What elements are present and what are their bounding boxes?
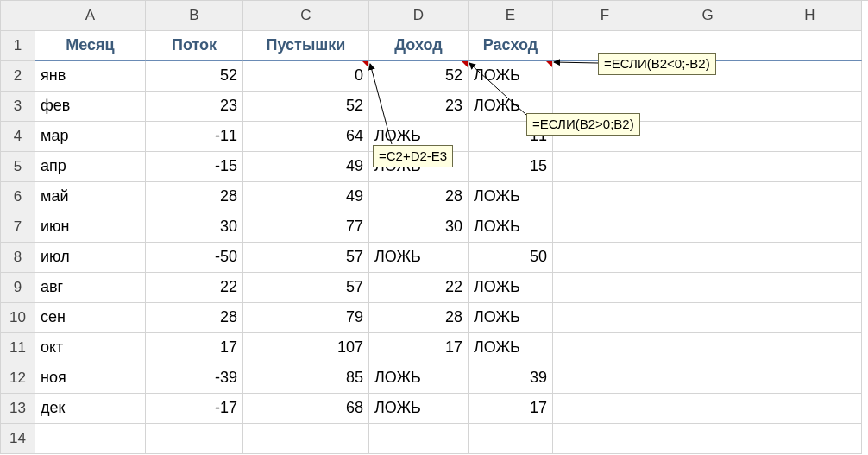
cell-F5[interactable] xyxy=(553,152,657,182)
cell-C5[interactable]: 49 xyxy=(243,152,369,182)
cell-B3[interactable]: 23 xyxy=(146,92,243,122)
cell-H3[interactable] xyxy=(758,92,862,122)
cell-D3[interactable]: 23 xyxy=(369,92,469,122)
cell-D12[interactable]: ЛОЖЬ xyxy=(369,363,469,394)
cell-C11[interactable]: 107 xyxy=(243,333,369,363)
cell-B13[interactable]: -17 xyxy=(146,394,243,424)
cell-C7[interactable]: 77 xyxy=(243,212,369,243)
cell-G7[interactable] xyxy=(657,212,758,243)
column-header-H[interactable]: H xyxy=(758,1,862,31)
cell-D14[interactable] xyxy=(369,424,469,454)
cell-C9[interactable]: 57 xyxy=(243,273,369,303)
cell-A13[interactable]: дек xyxy=(35,394,146,424)
row-header-10[interactable]: 10 xyxy=(1,303,35,333)
cell-H12[interactable] xyxy=(758,363,862,394)
cell-E9[interactable]: ЛОЖЬ xyxy=(469,273,553,303)
cell-B10[interactable]: 28 xyxy=(146,303,243,333)
cell-F7[interactable] xyxy=(553,212,657,243)
cell-E2[interactable]: ЛОЖЬ xyxy=(469,61,553,92)
cell-A10[interactable]: сен xyxy=(35,303,146,333)
cell-E6[interactable]: ЛОЖЬ xyxy=(469,182,553,212)
row-header-3[interactable]: 3 xyxy=(1,92,35,122)
cell-H6[interactable] xyxy=(758,182,862,212)
cell-F12[interactable] xyxy=(553,363,657,394)
cell-E13[interactable]: 17 xyxy=(469,394,553,424)
cell-G6[interactable] xyxy=(657,182,758,212)
row-header-12[interactable]: 12 xyxy=(1,363,35,394)
cell-G9[interactable] xyxy=(657,273,758,303)
header-cell-H[interactable] xyxy=(758,31,862,61)
spreadsheet-grid[interactable]: ABCDEFGH1МесяцПотокПустышкиДоходРасход2я… xyxy=(0,0,868,454)
cell-A4[interactable]: мар xyxy=(35,122,146,152)
cell-E8[interactable]: 50 xyxy=(469,243,553,273)
cell-A12[interactable]: ноя xyxy=(35,363,146,394)
header-cell-A[interactable]: Месяц xyxy=(35,31,146,61)
row-header-7[interactable]: 7 xyxy=(1,212,35,243)
cell-H11[interactable] xyxy=(758,333,862,363)
cell-E7[interactable]: ЛОЖЬ xyxy=(469,212,553,243)
cell-H8[interactable] xyxy=(758,243,862,273)
cell-G12[interactable] xyxy=(657,363,758,394)
row-header-4[interactable]: 4 xyxy=(1,122,35,152)
cell-A5[interactable]: апр xyxy=(35,152,146,182)
row-header-11[interactable]: 11 xyxy=(1,333,35,363)
column-header-F[interactable]: F xyxy=(553,1,657,31)
cell-B4[interactable]: -11 xyxy=(146,122,243,152)
cell-C13[interactable]: 68 xyxy=(243,394,369,424)
cell-F8[interactable] xyxy=(553,243,657,273)
cell-H9[interactable] xyxy=(758,273,862,303)
cell-H5[interactable] xyxy=(758,152,862,182)
cell-C2[interactable]: 0 xyxy=(243,61,369,92)
cell-D7[interactable]: 30 xyxy=(369,212,469,243)
cell-E10[interactable]: ЛОЖЬ xyxy=(469,303,553,333)
cell-H10[interactable] xyxy=(758,303,862,333)
cell-H7[interactable] xyxy=(758,212,862,243)
cell-E11[interactable]: ЛОЖЬ xyxy=(469,333,553,363)
cell-H2[interactable] xyxy=(758,61,862,92)
cell-G13[interactable] xyxy=(657,394,758,424)
cell-A7[interactable]: июн xyxy=(35,212,146,243)
cell-D2[interactable]: 52 xyxy=(369,61,469,92)
cell-E12[interactable]: 39 xyxy=(469,363,553,394)
cell-C10[interactable]: 79 xyxy=(243,303,369,333)
cell-G3[interactable] xyxy=(657,92,758,122)
row-header-5[interactable]: 5 xyxy=(1,152,35,182)
cell-B14[interactable] xyxy=(146,424,243,454)
column-header-E[interactable]: E xyxy=(469,1,553,31)
column-header-B[interactable]: B xyxy=(146,1,243,31)
cell-C8[interactable]: 57 xyxy=(243,243,369,273)
column-header-D[interactable]: D xyxy=(369,1,469,31)
select-all-corner[interactable] xyxy=(1,1,35,31)
cell-A3[interactable]: фев xyxy=(35,92,146,122)
cell-B2[interactable]: 52 xyxy=(146,61,243,92)
cell-B9[interactable]: 22 xyxy=(146,273,243,303)
cell-F14[interactable] xyxy=(553,424,657,454)
cell-E5[interactable]: 15 xyxy=(469,152,553,182)
column-header-G[interactable]: G xyxy=(657,1,758,31)
row-header-2[interactable]: 2 xyxy=(1,61,35,92)
cell-B11[interactable]: 17 xyxy=(146,333,243,363)
row-header-14[interactable]: 14 xyxy=(1,424,35,454)
header-cell-D[interactable]: Доход xyxy=(369,31,469,61)
cell-C3[interactable]: 52 xyxy=(243,92,369,122)
cell-C12[interactable]: 85 xyxy=(243,363,369,394)
row-header-1[interactable]: 1 xyxy=(1,31,35,61)
cell-B7[interactable]: 30 xyxy=(146,212,243,243)
cell-C4[interactable]: 64 xyxy=(243,122,369,152)
row-header-9[interactable]: 9 xyxy=(1,273,35,303)
cell-A14[interactable] xyxy=(35,424,146,454)
cell-F10[interactable] xyxy=(553,303,657,333)
header-cell-B[interactable]: Поток xyxy=(146,31,243,61)
cell-G8[interactable] xyxy=(657,243,758,273)
row-header-13[interactable]: 13 xyxy=(1,394,35,424)
cell-G5[interactable] xyxy=(657,152,758,182)
cell-B5[interactable]: -15 xyxy=(146,152,243,182)
cell-D11[interactable]: 17 xyxy=(369,333,469,363)
cell-B6[interactable]: 28 xyxy=(146,182,243,212)
column-header-A[interactable]: A xyxy=(35,1,146,31)
cell-D9[interactable]: 22 xyxy=(369,273,469,303)
cell-E14[interactable] xyxy=(469,424,553,454)
row-header-6[interactable]: 6 xyxy=(1,182,35,212)
cell-G11[interactable] xyxy=(657,333,758,363)
cell-D10[interactable]: 28 xyxy=(369,303,469,333)
